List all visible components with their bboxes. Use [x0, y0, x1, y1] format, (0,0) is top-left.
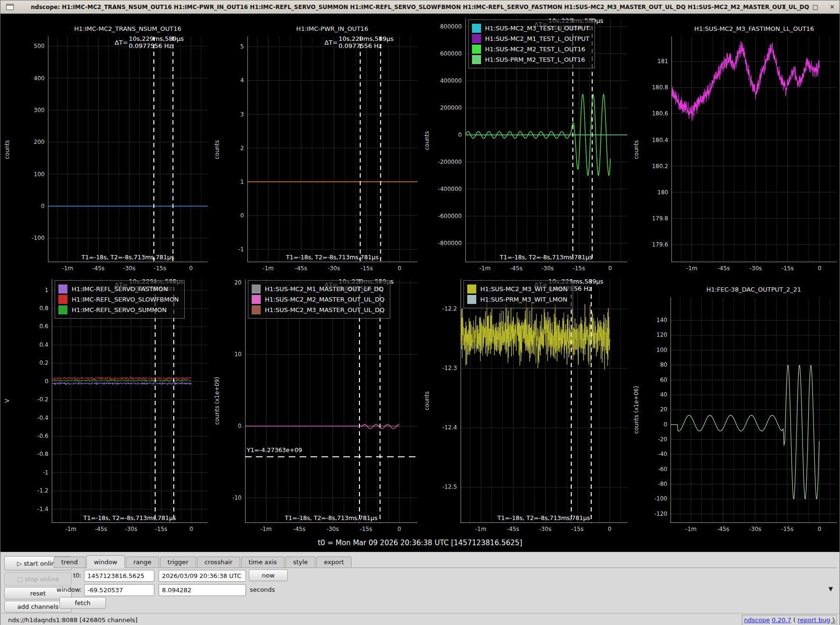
y-axis-label: counts (x1e+09)	[214, 377, 220, 425]
plot-2[interactable]: H1:IMC-PWR_IN_OUT16counts543210-1-1m-45s…	[210, 14, 420, 275]
resize-grip[interactable]	[833, 622, 835, 624]
x-tick-label: -1m	[56, 526, 86, 532]
series-H1:SUS-MC2_M3_FASTIMON_LL_OUT16	[671, 41, 820, 121]
x-tick-label: -1m	[677, 265, 707, 272]
t0-readout: t0 = Mon Mar 09 2026 20:36:38 UTC [14571…	[0, 535, 840, 552]
x-tick-label: 0	[176, 265, 206, 272]
tab-time-axis[interactable]: time axis	[241, 557, 285, 568]
y-tick-label: 5	[220, 43, 244, 50]
now-button[interactable]: now	[249, 569, 288, 581]
y-axis-label: counts (x1e+06)	[633, 386, 640, 434]
y-tick-label: -12.2	[430, 305, 457, 312]
y-tick-label: 180.8	[639, 84, 668, 91]
x-tick-label: -45s	[708, 526, 738, 532]
tab-export[interactable]: export	[316, 557, 351, 568]
plot-6[interactable]: counts (x1e+09)20100-10-1m-45s-30s-15s0Δ…	[210, 275, 420, 535]
x-tick-label: -15s	[773, 265, 803, 272]
y-tick-label: 180.2	[639, 163, 668, 170]
tab-trigger[interactable]: trigger	[160, 557, 196, 568]
y-tick-label: -0.4	[10, 415, 48, 421]
series-H1:IMC-REFL_SERVO_SLOWFBMON	[52, 377, 191, 380]
y-tick-label: 20	[220, 279, 242, 286]
x-tick-label: -30s	[116, 526, 146, 532]
y-tick-label: -12.3	[430, 365, 457, 371]
t0-label: t0:	[44, 569, 82, 581]
maximize-icon[interactable]: □	[812, 0, 818, 13]
tab-crosshair[interactable]: crosshair	[197, 557, 240, 568]
x-tick-label: -1m	[52, 265, 83, 272]
plot-canvas[interactable]	[671, 37, 837, 262]
y-tick-label: 500	[10, 43, 45, 49]
seconds-label: seconds	[250, 584, 275, 596]
window-end-input[interactable]	[159, 584, 246, 596]
x-tick-label: 0	[176, 526, 207, 532]
y-tick-label: 0.2	[10, 360, 48, 366]
y-tick-label: 180.6	[639, 110, 668, 117]
y-tick-label: 600000	[430, 50, 462, 57]
shade-icon[interactable]: ∧	[782, 0, 787, 13]
tab-trend[interactable]: trend	[54, 557, 85, 568]
t0-gps-input[interactable]	[84, 570, 154, 582]
version-box: ndscope 0.20.7 (report bug)	[742, 615, 837, 625]
plot-4[interactable]: H1:SUS-MC2_M3_FASTIMON_LL_OUT16counts181…	[630, 14, 840, 275]
y-tick-label: 0.6	[10, 323, 48, 330]
plot-canvas[interactable]	[247, 37, 417, 262]
plot-canvas[interactable]	[48, 37, 208, 262]
expand-arrow-icon[interactable]: ▼	[829, 586, 833, 592]
x-tick-label: -15s	[145, 265, 175, 272]
y-tick-label: 4	[220, 77, 244, 84]
x-tick-label: -15s	[146, 526, 176, 532]
plot-5[interactable]: V10.80.60.40.20-0.2-0.4-0.6-0.8-1-1.2-1.…	[0, 275, 210, 535]
y-tick-label: 20	[639, 406, 667, 413]
window-start-input[interactable]	[84, 584, 154, 596]
plot-canvas[interactable]	[670, 297, 837, 523]
x-tick-label: 0	[804, 526, 835, 532]
fetch-button[interactable]: fetch	[59, 597, 106, 609]
x-tick-label: -30s	[530, 526, 560, 532]
y-tick-label: -400000	[430, 186, 462, 192]
y-axis-label: counts	[424, 391, 430, 410]
y-tick-label: 400	[10, 75, 45, 82]
tab-style[interactable]: style	[285, 557, 315, 568]
y-tick-label: 1	[10, 287, 48, 294]
ndscope-link[interactable]: ndscope	[744, 616, 770, 624]
bug-paren-open: (	[793, 616, 796, 624]
y-tick-label: -60	[639, 466, 667, 473]
window-label: window:	[44, 584, 82, 596]
x-tick-label: 0	[384, 265, 415, 272]
y-tick-label: -1	[220, 246, 244, 253]
version-link[interactable]: 0.20.7	[772, 616, 791, 624]
plot-canvas[interactable]	[52, 279, 208, 523]
t0-utc-input[interactable]	[159, 570, 246, 582]
y-tick-label: 3	[220, 111, 244, 118]
plot-8[interactable]: H1:FEC-38_DAC_OUTPUT_2_21counts (x1e+06)…	[630, 275, 840, 535]
close-icon[interactable]: ✕	[830, 0, 835, 13]
stop-icon: □	[17, 576, 23, 583]
y-tick-label: -200000	[430, 159, 462, 165]
tab-window[interactable]: window	[86, 555, 125, 568]
y-tick-label: -80	[639, 481, 667, 487]
y-tick-label: 1	[220, 179, 244, 185]
x-tick-label: -1m	[676, 526, 706, 532]
y-tick-label: 2	[220, 145, 244, 152]
y-tick-label: -20	[639, 436, 667, 443]
x-tick-label: 0	[595, 526, 625, 532]
plot-canvas[interactable]	[461, 279, 627, 523]
y-tick-label: 180.4	[639, 137, 668, 143]
report-bug-link[interactable]: report bug	[798, 616, 831, 624]
y-tick-label: -600000	[430, 213, 462, 219]
y-tick-label: 200	[10, 139, 45, 145]
x-tick-label: -1m	[466, 526, 496, 532]
plot-1[interactable]: H1:IMC-MC2_TRANS_NSUM_OUT16counts5004003…	[0, 14, 210, 275]
tab-range[interactable]: range	[126, 557, 159, 568]
plot-3[interactable]: counts8000006000004000002000000-200000-4…	[420, 14, 630, 275]
titlebar[interactable]: ndscope: H1:IMC-MC2_TRANS_NSUM_OUT16 H1:…	[0, 0, 840, 14]
y-tick-label: -800000	[430, 240, 462, 246]
plot-canvas[interactable]	[465, 19, 627, 262]
plot-7[interactable]: counts-12.2-12.3-12.4-12.5-1m-45s-30s-15…	[420, 275, 630, 535]
y-tick-label: 300	[10, 107, 45, 114]
y-tick-label: 80	[639, 361, 667, 368]
minimize-icon[interactable]: _	[798, 0, 801, 13]
plot-canvas[interactable]	[245, 279, 417, 523]
plot-title: H1:SUS-MC2_M3_FASTIMON_LL_OUT16	[671, 25, 837, 32]
